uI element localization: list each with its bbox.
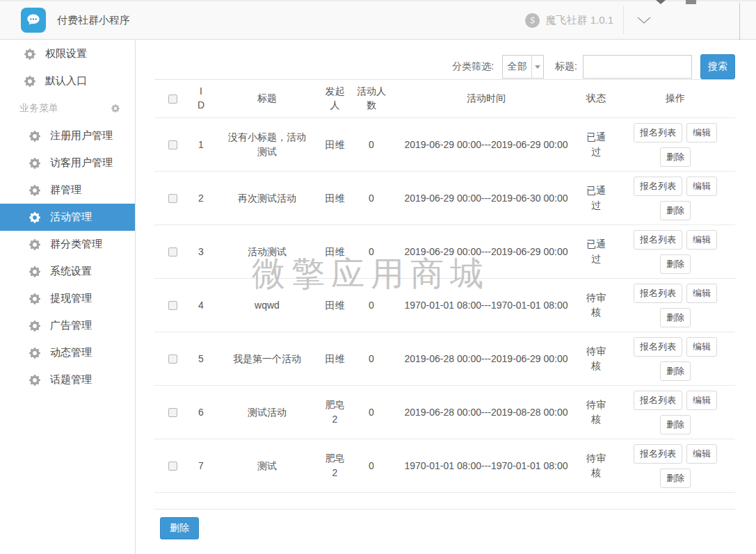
signup-list-button[interactable]: 报名列表 bbox=[634, 284, 682, 303]
delete-button[interactable]: 删除 bbox=[660, 201, 691, 220]
row-actions: 报名列表 编辑 删除 bbox=[616, 332, 735, 386]
gear-icon bbox=[29, 375, 40, 386]
row-id: 6 bbox=[191, 386, 211, 439]
row-initiator: 田维 bbox=[323, 332, 347, 386]
select-row-checkbox[interactable] bbox=[168, 462, 177, 471]
row-checkbox-cell bbox=[154, 279, 191, 332]
row-time: 2019-06-29 00:00---2019-06-30 00:00 bbox=[396, 172, 577, 225]
sidebar-item-label: 访客用户管理 bbox=[50, 156, 113, 170]
filter-bar: 分类筛选: 全部 标题: 搜索 bbox=[154, 54, 735, 79]
gear-icon bbox=[29, 266, 40, 277]
sidebar-item[interactable]: 群管理 bbox=[0, 177, 135, 204]
signup-list-button[interactable]: 报名列表 bbox=[634, 123, 682, 142]
edit-button[interactable]: 编辑 bbox=[686, 284, 717, 303]
gear-icon bbox=[29, 158, 40, 169]
sidebar-item[interactable]: 动态管理 bbox=[0, 339, 135, 366]
sidebar-item[interactable]: 注册用户管理 bbox=[0, 122, 135, 149]
table-header-row: ID 标题 发起人 活动人数 活动时间 状态 操作 bbox=[154, 80, 735, 118]
select-row-checkbox[interactable] bbox=[168, 247, 177, 256]
row-title: 活动测试 bbox=[211, 225, 323, 279]
row-initiator: 田维 bbox=[323, 172, 347, 225]
sidebar-item[interactable]: 权限设置 bbox=[0, 40, 135, 67]
chevron-down-icon[interactable] bbox=[636, 16, 652, 24]
row-title: 再次测试活动 bbox=[211, 172, 323, 225]
delete-button[interactable]: 删除 bbox=[660, 361, 691, 381]
signup-list-button[interactable]: 报名列表 bbox=[634, 337, 682, 357]
select-row-checkbox[interactable] bbox=[168, 140, 177, 149]
edit-button[interactable]: 编辑 bbox=[686, 177, 717, 196]
sidebar-item-label: 系统设置 bbox=[50, 265, 92, 278]
gear-icon bbox=[24, 49, 35, 60]
row-actions: 报名列表 编辑 删除 bbox=[616, 279, 735, 332]
table-row: 7 测试 肥皂2 0 1970-01-01 08:00---1970-01-01… bbox=[154, 439, 735, 493]
row-status: 待审核 bbox=[577, 332, 616, 386]
gear-icon bbox=[29, 293, 40, 304]
row-title: 我是第一个活动 bbox=[211, 332, 323, 386]
sidebar-item[interactable]: 系统设置 bbox=[0, 258, 135, 285]
row-status: 待审核 bbox=[577, 439, 616, 493]
topbar-divider bbox=[623, 6, 624, 34]
row-actions: 报名列表 编辑 删除 bbox=[616, 225, 735, 279]
select-row-checkbox[interactable] bbox=[168, 408, 177, 417]
select-row-checkbox[interactable] bbox=[168, 194, 177, 203]
sidebar-item[interactable]: 提现管理 bbox=[0, 285, 135, 312]
select-row-checkbox[interactable] bbox=[168, 355, 177, 364]
row-checkbox-cell bbox=[154, 225, 191, 279]
search-button[interactable]: 搜索 bbox=[700, 54, 735, 79]
signup-list-button[interactable]: 报名列表 bbox=[634, 391, 682, 410]
category-select[interactable]: 全部 bbox=[502, 55, 544, 79]
edit-button[interactable]: 编辑 bbox=[686, 123, 717, 142]
delete-button[interactable]: 删除 bbox=[660, 254, 691, 274]
sidebar-item[interactable]: 话题管理 bbox=[0, 366, 135, 393]
row-id: 5 bbox=[191, 332, 211, 386]
table-row: 6 测试活动 肥皂2 0 2019-06-28 00:00---2019-08-… bbox=[154, 386, 735, 439]
row-id: 3 bbox=[191, 225, 211, 279]
signup-list-button[interactable]: 报名列表 bbox=[634, 230, 682, 250]
sidebar-item-label: 注册用户管理 bbox=[50, 129, 113, 142]
gear-icon bbox=[29, 348, 40, 359]
row-id: 7 bbox=[191, 439, 211, 493]
row-status: 待审核 bbox=[577, 386, 616, 439]
table-row: 2 再次测试活动 田维 0 2019-06-29 00:00---2019-06… bbox=[154, 172, 735, 225]
title-filter-label: 标题: bbox=[555, 60, 577, 73]
row-checkbox-cell bbox=[154, 118, 191, 172]
table-row: 4 wqwd 田维 0 1970-01-01 08:00---1970-01-0… bbox=[154, 279, 735, 332]
sidebar-item-label: 活动管理 bbox=[50, 211, 92, 224]
select-row-checkbox[interactable] bbox=[168, 301, 177, 310]
gear-icon[interactable] bbox=[111, 104, 120, 113]
delete-button[interactable]: 删除 bbox=[660, 415, 691, 434]
brand-text: 魔飞社群 1.0.1 bbox=[545, 14, 613, 27]
delete-button[interactable]: 删除 bbox=[660, 308, 691, 327]
row-time: 1970-01-01 08:00---1970-01-01 08:00 bbox=[396, 439, 577, 493]
title-input[interactable] bbox=[583, 55, 692, 79]
sidebar-item-label: 动态管理 bbox=[50, 346, 92, 359]
row-participants: 0 bbox=[347, 172, 396, 225]
delete-button[interactable]: 删除 bbox=[660, 469, 691, 488]
row-time: 1970-01-01 08:00---1970-01-01 08:00 bbox=[396, 279, 577, 332]
sidebar-item[interactable]: 默认入口 bbox=[0, 67, 135, 95]
signup-list-button[interactable]: 报名列表 bbox=[634, 177, 682, 196]
chat-bubble-icon bbox=[24, 11, 42, 29]
edit-button[interactable]: 编辑 bbox=[686, 230, 717, 250]
col-header-title: 标题 bbox=[211, 80, 323, 118]
delete-button[interactable]: 删除 bbox=[660, 147, 691, 167]
sidebar-item[interactable]: 群分类管理 bbox=[0, 231, 135, 258]
gear-icon bbox=[24, 76, 35, 87]
edit-button[interactable]: 编辑 bbox=[686, 337, 717, 357]
row-id: 4 bbox=[191, 279, 211, 332]
sidebar-item[interactable]: 访客用户管理 bbox=[0, 149, 135, 177]
col-header-actions: 操作 bbox=[616, 80, 735, 118]
category-filter-label: 分类筛选: bbox=[452, 60, 494, 73]
gear-icon bbox=[29, 131, 40, 142]
signup-list-button[interactable]: 报名列表 bbox=[634, 444, 682, 464]
main-content: 分类筛选: 全部 标题: 搜索 ID 标题 发起人 活动人数 bbox=[136, 40, 756, 554]
select-all-checkbox[interactable] bbox=[168, 95, 177, 104]
gear-icon bbox=[29, 212, 40, 223]
row-checkbox-cell bbox=[154, 439, 191, 493]
edit-button[interactable]: 编辑 bbox=[686, 391, 717, 410]
edit-button[interactable]: 编辑 bbox=[686, 444, 717, 464]
bulk-delete-button[interactable]: 删除 bbox=[160, 517, 199, 539]
sidebar-item[interactable]: 活动管理 bbox=[0, 204, 135, 231]
col-header-initiator: 发起人 bbox=[323, 80, 347, 118]
sidebar-item[interactable]: 广告管理 bbox=[0, 312, 135, 339]
